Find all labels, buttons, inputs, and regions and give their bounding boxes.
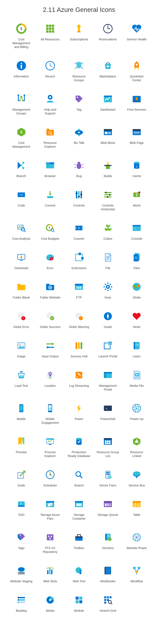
icon-label: Mobile xyxy=(17,417,26,421)
icon-cell-extensions: Extensions xyxy=(68,251,90,270)
icon-cell-load-test: Load Test xyxy=(10,369,33,392)
svg-rect-9 xyxy=(49,30,51,32)
svg-rect-71 xyxy=(104,165,112,166)
icon-cell-dashboard: Dashboard xyxy=(96,93,119,115)
icon-label: Web Test xyxy=(73,580,85,583)
scheduler-icon xyxy=(44,468,56,481)
search-icon xyxy=(73,468,85,481)
storage-queue-icon xyxy=(102,498,114,510)
ftp-icon xyxy=(73,281,85,293)
location-icon xyxy=(44,369,56,381)
icon-label: SSD xyxy=(18,513,24,517)
svg-line-23 xyxy=(50,66,52,67)
free-services-icon xyxy=(130,93,143,105)
web-slots-icon xyxy=(44,564,56,577)
icon-label: Folder Blank xyxy=(13,296,30,300)
website-staging-icon xyxy=(15,564,28,577)
svg-rect-224 xyxy=(46,501,54,502)
icon-label: Toolbox xyxy=(74,546,84,550)
icon-cell-workflow: Workflow xyxy=(125,564,148,583)
svg-point-200 xyxy=(136,440,138,443)
svg-rect-155 xyxy=(78,342,80,349)
browser-icon xyxy=(44,159,56,172)
icon-cell-browser: Browser xyxy=(39,159,62,178)
icon-label: Service Health xyxy=(127,38,146,41)
icon-cell-power-up: Power-Up xyxy=(125,402,148,425)
svg-rect-229 xyxy=(76,504,82,506)
icon-label: Quickstart Center xyxy=(125,74,148,82)
icon-label: Marketplace xyxy=(100,74,116,78)
icon-cell-backlog: Backlog xyxy=(10,594,33,612)
icon-cell-website-staging: Website Staging xyxy=(10,564,33,583)
icon-cell-launch-portal: Launch Portal xyxy=(96,340,119,358)
icon-label: Error xyxy=(47,266,54,270)
svg-point-31 xyxy=(19,100,20,101)
icon-cell-information: Information xyxy=(10,60,33,82)
icon-cell-resource-linked: Resource Linked xyxy=(125,436,148,458)
svg-rect-286 xyxy=(76,596,79,600)
icon-cell-download: Download xyxy=(10,251,33,270)
svg-rect-272 xyxy=(133,567,136,569)
file-icon xyxy=(102,251,114,264)
web-test-icon xyxy=(73,564,85,577)
icon-label: Resource Explorer xyxy=(39,141,62,148)
svg-rect-20 xyxy=(20,64,22,68)
module-icon xyxy=(73,594,85,606)
icon-cell-mobile-engagement: Mobile Engagement xyxy=(39,402,62,425)
icon-cell-powershell: >_Powershell xyxy=(96,402,119,425)
svg-text:$: $ xyxy=(20,130,22,134)
icon-cell-service-health: Service Health xyxy=(125,22,148,49)
svg-rect-77 xyxy=(76,191,78,198)
svg-rect-265 xyxy=(49,568,50,574)
svg-rect-113 xyxy=(81,257,84,259)
media-file-icon xyxy=(130,369,143,381)
error-icon: ! xyxy=(44,251,56,264)
icon-label: Workflow xyxy=(130,580,143,583)
svg-point-19 xyxy=(20,63,22,64)
icon-cell-free-services: Free-Services xyxy=(125,93,148,115)
svg-line-297 xyxy=(111,603,112,604)
svg-rect-195 xyxy=(107,440,108,442)
icon-label: Scheduler xyxy=(43,484,57,487)
icon-cell-tag: Tag xyxy=(68,93,90,115)
icon-label: Commit xyxy=(45,204,56,208)
svg-line-57 xyxy=(21,163,23,166)
icon-label: Guide xyxy=(104,325,112,329)
icon-label: Globe Success xyxy=(40,325,60,329)
icon-label: Power-Up xyxy=(130,417,144,421)
code-icon: </> xyxy=(15,189,28,201)
svg-point-26 xyxy=(18,94,19,96)
svg-rect-262 xyxy=(18,572,25,573)
svg-rect-291 xyxy=(107,596,109,598)
svg-rect-88 xyxy=(107,196,108,198)
icon-cell-log-streaming: Log Streaming xyxy=(68,369,90,392)
svg-rect-80 xyxy=(76,193,78,194)
icon-label: Input Output xyxy=(42,354,58,358)
svg-text:$: $ xyxy=(136,192,138,197)
subscriptions-icon xyxy=(73,22,85,35)
globe-icon xyxy=(130,281,143,293)
svg-point-219 xyxy=(133,471,140,476)
gear-icon xyxy=(102,281,114,293)
svg-line-211 xyxy=(80,476,82,478)
icon-label: Controls Horizontal xyxy=(96,204,119,211)
icon-label: Free-Services xyxy=(127,108,146,112)
resource-group-list-icon xyxy=(102,436,114,448)
icon-label: Subscriptions xyxy=(70,38,88,41)
svg-point-259 xyxy=(136,536,138,538)
svg-point-210 xyxy=(76,472,81,476)
icon-label: Storage Queue xyxy=(98,513,118,517)
svg-line-275 xyxy=(134,569,136,571)
svg-point-17 xyxy=(108,24,108,25)
icon-label: TFS VC Repository xyxy=(39,546,62,554)
icon-label: Bug xyxy=(76,174,82,178)
icon-cell-web-slots: Web Slots xyxy=(39,564,62,583)
icon-cell-files: Files xyxy=(125,251,148,270)
svg-text:$: $ xyxy=(49,226,50,229)
svg-rect-189 xyxy=(46,438,54,440)
svg-rect-236 xyxy=(133,501,141,502)
svg-point-268 xyxy=(80,572,82,574)
icon-cell-folder-blank: Folder Blank xyxy=(10,281,33,300)
svg-rect-294 xyxy=(107,599,109,601)
icon-cell-search-grid: Search-Grid xyxy=(96,594,119,612)
